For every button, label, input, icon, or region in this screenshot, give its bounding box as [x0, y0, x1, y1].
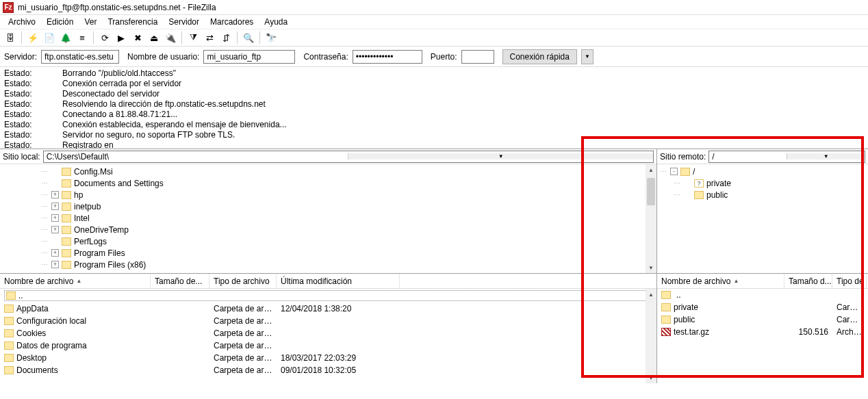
port-label: Puerto: — [431, 52, 457, 62]
filter-icon[interactable]: ⧩ — [186, 30, 201, 45]
site-manager-icon[interactable]: 🗄 — [3, 30, 18, 45]
menu-transferencia[interactable]: Transferencia — [102, 16, 163, 28]
local-tree[interactable]: ▲ ▼ ⋯Config.Msi⋯Documents and Settings⋯+… — [0, 164, 656, 273]
file-row[interactable]: Configuración localCarpeta de arc... — [0, 315, 656, 327]
cancel-icon[interactable]: ✖ — [130, 30, 145, 45]
pass-input[interactable] — [353, 50, 422, 64]
folder-icon — [4, 366, 14, 374]
menu-servidor[interactable]: Servidor — [163, 16, 205, 28]
toolbar-divider — [181, 31, 182, 44]
column-header[interactable]: Nombre de archivo — [0, 274, 151, 288]
tree-node[interactable]: ⋯PerfLogs — [0, 235, 656, 247]
reconnect-icon[interactable]: 🔌 — [163, 30, 178, 45]
quickconnect-dropdown[interactable]: ▼ — [581, 49, 593, 64]
log-toggle-icon[interactable]: 📄 — [42, 30, 57, 45]
tree-connector: ⋯ — [41, 226, 49, 233]
queue-toggle-icon[interactable]: ≡ — [75, 30, 90, 45]
menu-marcadores[interactable]: Marcadores — [205, 16, 259, 28]
file-row[interactable]: CookiesCarpeta de arc... — [0, 327, 656, 339]
quickconnect-toggle-icon[interactable]: ⚡ — [25, 30, 40, 45]
scroll-down-icon[interactable]: ▼ — [646, 372, 656, 383]
file-row[interactable]: privateCarpeta — [657, 301, 868, 313]
remote-tree[interactable]: ⋯-/⋯private⋯public — [657, 164, 868, 273]
local-path-value: C:\Users\Default\ — [44, 152, 348, 162]
tree-node[interactable]: ⋯Documents and Settings — [0, 177, 656, 189]
compare-icon[interactable]: ⇄ — [202, 30, 217, 45]
tree-node[interactable]: ⋯private — [657, 177, 868, 189]
tree-node-label: Program Files (x86) — [74, 260, 146, 270]
expand-icon[interactable]: + — [51, 249, 59, 257]
tree-node[interactable]: ⋯+Program Files (x86) — [0, 259, 656, 270]
tree-node[interactable]: ⋯-/ — [657, 166, 868, 177]
tree-node[interactable]: ⋯public — [657, 189, 868, 201]
file-row[interactable]: publicCarpeta — [657, 313, 868, 326]
tree-node[interactable]: ⋯+OneDriveTemp — [0, 224, 656, 235]
file-row[interactable]: Datos de programaCarpeta de arc... — [0, 339, 656, 352]
server-input[interactable] — [41, 50, 119, 64]
scrollbar-vertical[interactable]: ▲ ▼ — [646, 289, 656, 383]
port-input[interactable] — [461, 50, 494, 64]
tree-node[interactable]: ⋯+Program Files — [0, 247, 656, 259]
remote-filelist-body[interactable]: ..privateCarpetapublicCarpetatest.tar.gz… — [657, 289, 868, 383]
tree-node[interactable]: ⋯+Intel — [0, 212, 656, 224]
search-icon[interactable]: 🔍 — [241, 30, 256, 45]
local-filelist[interactable]: Nombre de archivoTamaño de...Tipo de arc… — [0, 274, 657, 383]
menu-archivo[interactable]: Archivo — [3, 16, 41, 28]
scroll-up-icon[interactable]: ▲ — [646, 289, 656, 300]
scroll-down-icon[interactable]: ▼ — [646, 262, 656, 273]
column-header[interactable]: Tamaño de... — [151, 274, 209, 288]
chevron-down-icon[interactable]: ▼ — [787, 153, 865, 159]
expand-icon[interactable]: + — [51, 191, 59, 198]
menu-ayuda[interactable]: Ayuda — [259, 16, 293, 28]
expand-icon[interactable]: + — [51, 203, 59, 210]
file-row[interactable]: test.tar.gz150.516Archivo — [657, 326, 868, 338]
scroll-thumb[interactable] — [647, 178, 655, 205]
folder-icon — [661, 303, 671, 311]
tree-connector: ⋯ — [41, 168, 49, 175]
sync-browse-icon[interactable]: ⇵ — [218, 30, 233, 45]
column-header[interactable]: Tipo de archivo — [209, 274, 277, 288]
log-label: Estado: — [4, 140, 62, 149]
collapse-icon[interactable]: - — [670, 168, 678, 175]
process-queue-icon[interactable]: ▶ — [114, 30, 129, 45]
menu-edición[interactable]: Edición — [41, 16, 79, 28]
tree-node-label: Intel — [74, 214, 90, 223]
tree-node[interactable]: ⋯Config.Msi — [0, 166, 656, 177]
remote-path-combo[interactable]: / ▼ — [709, 151, 865, 163]
local-path-combo[interactable]: C:\Users\Default\ ▼ — [43, 151, 654, 163]
local-path-label: Sitio local: — [3, 152, 40, 162]
user-input[interactable] — [203, 50, 295, 64]
parent-dir-row[interactable]: .. — [4, 290, 652, 301]
log-label: Estado: — [4, 79, 62, 89]
tree-toggle-icon[interactable]: 🌲 — [58, 30, 73, 45]
chevron-down-icon[interactable]: ▼ — [348, 153, 653, 159]
tree-node[interactable]: ⋯+inetpub — [0, 201, 656, 212]
column-header[interactable]: Tipo de — [832, 274, 867, 288]
file-row[interactable]: DocumentsCarpeta de arc...09/01/2018 10:… — [0, 364, 656, 376]
menu-ver[interactable]: Ver — [79, 16, 102, 28]
log-label: Estado: — [4, 99, 62, 110]
scroll-up-icon[interactable]: ▲ — [646, 164, 656, 175]
parent-dir-row[interactable]: .. — [657, 289, 868, 301]
remote-filelist[interactable]: Nombre de archivoTamaño d...Tipo de ..pr… — [657, 274, 868, 383]
parent-dir-label: .. — [676, 290, 681, 300]
tree-node[interactable]: ⋯+hp — [0, 189, 656, 201]
expand-icon[interactable]: + — [51, 214, 59, 222]
local-filelist-body[interactable]: ..AppDataCarpeta de arc...12/04/2018 1:3… — [0, 289, 656, 383]
log-line: Estado:Resolviendo la dirección de ftp.o… — [4, 99, 864, 110]
file-row[interactable]: DesktopCarpeta de arc...18/03/2017 22:03… — [0, 352, 656, 364]
column-header[interactable]: Última modificación — [277, 274, 400, 288]
binoculars-icon[interactable]: 🔭 — [264, 30, 279, 45]
column-header[interactable]: Tamaño d... — [784, 274, 832, 288]
expand-icon[interactable]: + — [51, 261, 59, 268]
log-message: Desconectado del servidor — [62, 89, 159, 99]
refresh-icon[interactable]: ⟳ — [97, 30, 112, 45]
expand-icon[interactable]: + — [51, 226, 59, 233]
titlebar: Fz mi_usuario_ftp@ftp.onstatic-es.setupd… — [0, 0, 868, 15]
disconnect-icon[interactable]: ⏏ — [146, 30, 162, 45]
column-header[interactable]: Nombre de archivo — [657, 274, 784, 288]
file-row[interactable]: AppDataCarpeta de arc...12/04/2018 1:38:… — [0, 303, 656, 315]
tree-node-label: Documents and Settings — [74, 179, 164, 188]
scrollbar-vertical[interactable]: ▲ ▼ — [646, 164, 656, 273]
quickconnect-button[interactable]: Conexión rápida — [502, 49, 577, 64]
